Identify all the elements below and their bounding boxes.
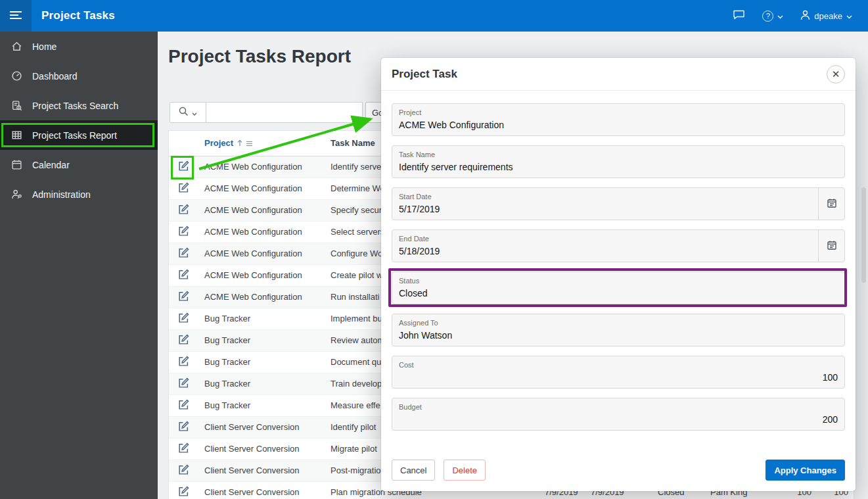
search-report-icon bbox=[11, 100, 23, 112]
cancel-button[interactable]: Cancel bbox=[392, 460, 435, 481]
search-column-dropdown-button[interactable] bbox=[170, 102, 206, 123]
hamburger-menu-icon bbox=[10, 11, 22, 22]
administration-icon bbox=[11, 189, 23, 201]
field-value: 200 bbox=[399, 414, 838, 425]
field-task-name[interactable]: Task NameIdentify server requirements bbox=[392, 145, 845, 178]
edit-row-button[interactable] bbox=[178, 442, 189, 456]
apply-changes-button[interactable]: Apply Changes bbox=[765, 460, 845, 481]
feedback-button[interactable] bbox=[733, 9, 745, 22]
edit-row-button[interactable] bbox=[178, 160, 189, 174]
sidebar-item-label: Administration bbox=[32, 189, 91, 200]
edit-row-button[interactable] bbox=[178, 312, 189, 325]
edit-pencil-icon bbox=[178, 486, 189, 499]
column-header-project[interactable]: Project bbox=[198, 131, 324, 156]
edit-row-button[interactable] bbox=[178, 334, 189, 347]
edit-pencil-icon bbox=[178, 356, 189, 369]
cell-edit bbox=[169, 351, 198, 373]
topbar-right-cluster: ? dpeake bbox=[733, 9, 852, 22]
modal-header: Project Task ✕ bbox=[381, 58, 856, 91]
calendar-picker-button[interactable] bbox=[818, 230, 844, 262]
edit-row-button[interactable] bbox=[178, 421, 189, 434]
modal-close-button[interactable]: ✕ bbox=[827, 65, 845, 83]
sidebar-item-project-tasks-report[interactable]: Project Tasks Report bbox=[0, 120, 158, 150]
field-label: Project bbox=[399, 108, 421, 116]
field-project[interactable]: ProjectACME Web Configuration bbox=[392, 103, 845, 136]
help-menu-button[interactable]: ? bbox=[762, 11, 783, 22]
field-assigned-to[interactable]: Assigned ToJohn Watson bbox=[392, 314, 845, 346]
edit-pencil-icon bbox=[178, 399, 189, 412]
cell-project: ACME Web Configuration bbox=[198, 264, 324, 286]
modal-body: ProjectACME Web ConfigurationTask NameId… bbox=[392, 91, 845, 440]
sidebar-item-label: Home bbox=[32, 41, 57, 52]
field-label: Assigned To bbox=[399, 319, 438, 327]
column-header-edit bbox=[169, 131, 198, 156]
edit-row-button[interactable] bbox=[178, 182, 189, 195]
sidebar-item-label: Project Tasks Report bbox=[32, 130, 117, 141]
sidebar-item-calendar[interactable]: Calendar bbox=[0, 150, 158, 179]
sidebar-item-project-tasks-search[interactable]: Project Tasks Search bbox=[0, 91, 158, 120]
user-label: dpeake bbox=[814, 11, 842, 21]
edit-pencil-icon bbox=[178, 182, 189, 195]
sidebar-item-administration[interactable]: Administration bbox=[0, 179, 158, 209]
close-icon: ✕ bbox=[832, 68, 840, 80]
chat-bubble-icon bbox=[733, 9, 745, 22]
calendar-picker-button[interactable] bbox=[818, 188, 844, 220]
cell-project: Bug Tracker bbox=[198, 373, 324, 394]
field-label: Cost bbox=[399, 361, 414, 369]
calendar-icon bbox=[11, 159, 23, 171]
field-cost[interactable]: Cost100 bbox=[392, 356, 845, 389]
nav-menu-button[interactable] bbox=[0, 0, 32, 32]
edit-pencil-icon bbox=[178, 377, 189, 391]
edit-row-button[interactable] bbox=[178, 377, 189, 391]
cell-project: Client Server Conversion bbox=[198, 438, 324, 460]
calendar-icon bbox=[827, 240, 837, 252]
calendar-icon bbox=[827, 198, 837, 210]
edit-row-button[interactable] bbox=[178, 247, 189, 260]
sidebar-item-home[interactable]: Home bbox=[0, 32, 158, 61]
edit-row-button[interactable] bbox=[178, 486, 189, 499]
sidebar-item-label: Dashboard bbox=[32, 71, 78, 82]
field-label: Status bbox=[399, 277, 419, 285]
page-title: Project Tasks Report bbox=[168, 46, 351, 67]
modal-title: Project Task bbox=[392, 68, 457, 81]
project-task-modal: Project Task ✕ ProjectACME Web Configura… bbox=[381, 58, 856, 491]
edit-pencil-icon bbox=[178, 464, 189, 477]
cell-edit bbox=[169, 438, 198, 460]
cell-project: ACME Web Configuration bbox=[198, 243, 324, 264]
app-title: Project Tasks bbox=[41, 9, 115, 22]
magnifier-icon bbox=[179, 107, 189, 118]
edit-row-button[interactable] bbox=[178, 291, 189, 304]
cell-edit bbox=[169, 373, 198, 394]
edit-pencil-icon bbox=[178, 312, 189, 325]
field-status[interactable]: StatusClosed bbox=[392, 272, 845, 304]
cell-edit bbox=[169, 286, 198, 308]
cell-edit bbox=[169, 329, 198, 351]
edit-pencil-icon bbox=[178, 269, 189, 282]
edit-row-button[interactable] bbox=[178, 356, 189, 369]
user-icon bbox=[800, 10, 810, 22]
edit-pencil-icon bbox=[178, 421, 189, 434]
edit-row-button[interactable] bbox=[178, 464, 189, 477]
edit-row-button[interactable] bbox=[178, 269, 189, 282]
user-menu-button[interactable]: dpeake bbox=[800, 10, 852, 22]
edit-row-button[interactable] bbox=[178, 399, 189, 412]
edit-row-button[interactable] bbox=[178, 204, 189, 217]
delete-button[interactable]: Delete bbox=[444, 460, 486, 481]
field-start-date[interactable]: Start Date5/17/2019 bbox=[392, 187, 845, 220]
cell-edit bbox=[169, 394, 198, 416]
field-budget[interactable]: Budget200 bbox=[392, 398, 845, 431]
edit-row-button[interactable] bbox=[178, 226, 189, 239]
dashboard-icon bbox=[11, 70, 23, 82]
report-search-bar: Go bbox=[170, 102, 390, 123]
cell-edit bbox=[169, 308, 198, 329]
cell-edit bbox=[169, 243, 198, 264]
sidebar-item-dashboard[interactable]: Dashboard bbox=[0, 61, 158, 91]
column-header-label: Task Name bbox=[331, 138, 375, 148]
edit-pencil-icon bbox=[178, 247, 189, 260]
scrollbar-thumb[interactable] bbox=[861, 187, 866, 283]
field-end-date[interactable]: End Date5/18/2019 bbox=[392, 229, 845, 262]
field-value: Identify server requirements bbox=[399, 162, 838, 172]
search-input[interactable] bbox=[206, 102, 363, 123]
field-value: John Watson bbox=[399, 330, 838, 341]
sidebar-item-label: Project Tasks Search bbox=[32, 101, 118, 111]
